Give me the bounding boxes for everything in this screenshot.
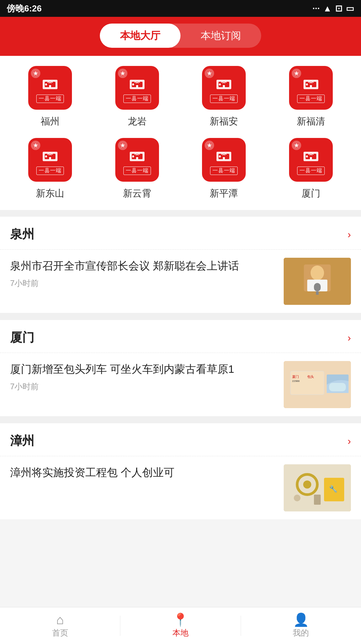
nav-item-home[interactable]: ⌂ 首页: [0, 607, 120, 644]
label-xinyunxiao: 新云霄: [123, 187, 151, 200]
tab-local-hall[interactable]: 本地大厅: [100, 24, 180, 48]
news-section-xiamen: 厦门 › 厦门新增至包头列车 可坐火车到内蒙古看草原1 7小时前 厦门 2298…: [0, 320, 361, 417]
app-grid-section: ★ 一县一端 福州: [0, 56, 361, 210]
nav-label-mine: 我的: [293, 628, 309, 638]
star-badge-4: ★: [292, 69, 301, 78]
location-icon: 📍: [172, 613, 188, 626]
badge-longyan: 一县一端: [123, 95, 151, 103]
grid-item-fuzhou[interactable]: ★ 一县一端 福州: [13, 66, 87, 128]
grid-item-xinfuan[interactable]: ★ 一县一端 新福安: [187, 66, 261, 128]
news-time-xiamen: 7小时前: [10, 381, 276, 392]
svg-rect-37: [316, 291, 319, 295]
grid-item-xinyunxiao[interactable]: ★ 一县一端 新云霄: [100, 138, 174, 200]
grid-item-longyan[interactable]: ★ 一县一端 龙岩: [100, 66, 174, 128]
grid-row-2: ★ 一县一端 新东山: [7, 138, 354, 200]
svg-rect-36: [314, 283, 321, 291]
tab-local-subscribe[interactable]: 本地订阅: [180, 24, 261, 48]
news-header-xiamen[interactable]: 厦门 ›: [0, 320, 361, 353]
news-article-quanzhou[interactable]: 泉州市召开全市宣传部长会议 郑新聪在会上讲话 7小时前: [0, 250, 361, 313]
tab-toggle: 本地大厅 本地订阅: [100, 24, 261, 48]
svg-point-22: [132, 155, 134, 157]
news-title-quanzhou: 泉州市召开全市宣传部长会议 郑新聪在会上讲话: [10, 258, 276, 274]
news-section-zhangzhou: 漳州 › 漳州将实施投资工程包 个人创业可 🔧: [0, 423, 361, 520]
battery-icon: ▭: [346, 3, 354, 14]
grid-icon-xindongshan: ★ 一县一端: [28, 138, 72, 182]
grid-item-xinpingtan[interactable]: ★ 一县一端 新平潭: [187, 138, 261, 200]
svg-rect-51: [314, 495, 321, 505]
badge-xinyunxiao: 一县一端: [123, 167, 151, 175]
badge-fuzhou: 一县一端: [36, 95, 64, 103]
news-article-zhangzhou[interactable]: 漳州将实施投资工程包 个人创业可 🔧: [0, 456, 361, 520]
news-title-xiamen: 厦门新增至包头列车 可坐火车到内蒙古看草原1: [10, 361, 276, 377]
badge-xiamen: 一县一端: [297, 167, 325, 175]
news-article-xiamen[interactable]: 厦门新增至包头列车 可坐火车到内蒙古看草原1 7小时前 厦门 22988 包头: [0, 353, 361, 417]
news-section-quanzhou: 泉州 › 泉州市召开全市宣传部长会议 郑新聪在会上讲话 7小时前: [0, 217, 361, 313]
news-time-quanzhou: 7小时前: [10, 278, 276, 289]
chevron-right-zhangzhou: ›: [348, 435, 351, 447]
star-badge-5: ★: [31, 141, 40, 150]
label-xindongshan: 新东山: [36, 187, 64, 200]
signal-icon: ···: [313, 3, 320, 14]
nav-item-local[interactable]: 📍 本地: [120, 607, 240, 644]
grid-icon-xinpingtan: ★ 一县一端: [202, 138, 246, 182]
svg-point-14: [306, 83, 308, 85]
svg-point-34: [311, 265, 324, 280]
status-bar: 傍晚6:26 ··· ▲ ⊡ ▭: [0, 0, 361, 17]
svg-point-30: [306, 155, 308, 157]
label-xinfuqing: 新福清: [297, 115, 325, 128]
svg-point-26: [219, 155, 221, 157]
grid-item-xindongshan[interactable]: ★ 一县一端 新东山: [13, 138, 87, 200]
badge-xindongshan: 一县一端: [36, 167, 64, 175]
badge-xinpingtan: 一县一端: [210, 167, 238, 175]
bottom-nav: ⌂ 首页 📍 本地 👤 我的: [0, 607, 361, 644]
news-thumb-quanzhou: [284, 258, 351, 305]
news-header-quanzhou[interactable]: 泉州 ›: [0, 217, 361, 250]
grid-item-xiamen[interactable]: ★ 一县一端 厦门: [274, 138, 348, 200]
svg-point-2: [45, 83, 47, 85]
grid-row-1: ★ 一县一端 福州: [7, 66, 354, 128]
city-title-zhangzhou: 漳州: [10, 433, 34, 449]
section-divider-1: [0, 210, 361, 217]
grid-item-xinfuqing[interactable]: ★ 一县一端 新福清: [274, 66, 348, 128]
svg-rect-44: [329, 383, 346, 391]
grid-icon-longyan: ★ 一县一端: [115, 66, 159, 110]
badge-xinfuqing: 一县一端: [297, 95, 325, 103]
label-longyan: 龙岩: [128, 115, 147, 128]
svg-point-47: [303, 480, 311, 489]
nav-item-mine[interactable]: 👤 我的: [241, 607, 361, 644]
nav-label-home: 首页: [52, 628, 68, 638]
section-divider-2: [0, 313, 361, 320]
svg-point-10: [219, 83, 221, 85]
grid-icon-xinyunxiao: ★ 一县一端: [115, 138, 159, 182]
news-thumb-xiamen: 厦门 22988 包头: [284, 361, 351, 408]
person-icon: 👤: [293, 613, 309, 626]
city-title-xiamen: 厦门: [10, 329, 34, 346]
chevron-right-quanzhou: ›: [348, 229, 351, 240]
svg-point-50: [294, 495, 300, 501]
svg-rect-19: [49, 157, 51, 160]
wifi-icon: ▲: [323, 3, 332, 14]
star-badge: ★: [31, 69, 40, 78]
city-title-quanzhou: 泉州: [10, 226, 34, 243]
svg-rect-31: [310, 157, 312, 160]
grid-icon-xinfuqing: ★ 一县一端: [289, 66, 333, 110]
grid-icon-xinfuan: ★ 一县一端: [202, 66, 246, 110]
section-divider-3: [0, 417, 361, 423]
status-icons: ··· ▲ ⊡ ▭: [313, 3, 354, 14]
star-badge-8: ★: [292, 141, 301, 150]
news-title-zhangzhou: 漳州将实施投资工程包 个人创业可: [10, 464, 276, 480]
star-badge-6: ★: [118, 141, 127, 150]
star-badge-3: ★: [205, 69, 214, 78]
status-time: 傍晚6:26: [7, 3, 42, 14]
svg-rect-11: [223, 85, 225, 88]
svg-rect-7: [136, 85, 138, 88]
news-header-zhangzhou[interactable]: 漳州 ›: [0, 423, 361, 456]
star-badge-7: ★: [205, 141, 214, 150]
svg-rect-3: [49, 85, 51, 88]
star-badge-2: ★: [118, 69, 127, 78]
grid-icon-fuzhou: ★ 一县一端: [28, 66, 72, 110]
svg-point-6: [132, 83, 134, 85]
svg-text:🔧: 🔧: [329, 485, 337, 493]
chevron-right-xiamen: ›: [348, 332, 351, 344]
news-text-xiamen: 厦门新增至包头列车 可坐火车到内蒙古看草原1 7小时前: [10, 361, 276, 392]
